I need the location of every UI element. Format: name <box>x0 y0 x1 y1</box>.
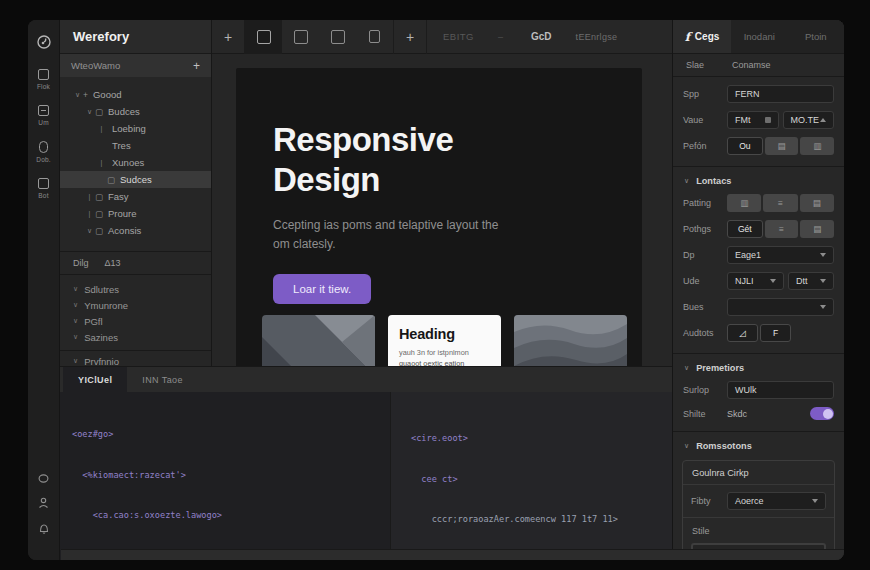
ude-select-1[interactable]: NJLI <box>727 272 784 290</box>
audtots-option-1-icon[interactable]: ◿ <box>727 324 758 342</box>
tool-rect-active[interactable] <box>245 20 282 54</box>
subtab-conamse[interactable]: Conamse <box>732 60 771 70</box>
add-element-button[interactable]: + <box>394 29 426 45</box>
asset-group[interactable]: ∨PGfl <box>60 313 211 329</box>
code-line: <oez#go> <box>72 428 390 442</box>
user-icon[interactable] <box>38 497 49 509</box>
bues-select[interactable] <box>727 298 834 316</box>
code-tabs: YIClUel INN Taoe <box>60 367 672 392</box>
canvas-toolbar: + + EBITG – GcD tEEnrlgse <box>212 20 672 54</box>
rail-item-bot[interactable]: Bot <box>38 178 49 199</box>
audtots-option-2-icon[interactable]: F <box>760 324 791 342</box>
layer-row[interactable]: |Xunoes <box>60 154 211 171</box>
pothgs-option-3-icon[interactable]: ▤ <box>800 220 834 238</box>
rail-item-dob[interactable]: Dob. <box>36 141 51 163</box>
asset-group[interactable]: ∨Sdlutres <box>60 281 211 297</box>
layer-row[interactable]: Tres <box>60 137 211 154</box>
canvas-viewport[interactable]: Responsive Design Ccepting ias poms and … <box>212 54 672 366</box>
subtab-slae[interactable]: Slae <box>686 60 704 70</box>
layer-row-selected[interactable]: ▢Sudces <box>60 171 211 188</box>
spp-input[interactable]: FERN <box>727 85 834 103</box>
layer-row[interactable]: ∨▢Budces <box>60 103 211 120</box>
spp-label: Spp <box>683 89 727 99</box>
inspector-panel: f Cegs Inodani Ptoin Slae Conamse Spp FE… <box>672 20 844 560</box>
bues-row: Bues <box>673 298 844 316</box>
section-premetiors[interactable]: ∨ Premetiors <box>673 353 844 373</box>
layer-row[interactable]: |▢Proure <box>60 205 211 222</box>
layer-row[interactable]: |▢Fasy <box>60 188 211 205</box>
code-tab-active[interactable]: YIClUel <box>63 367 127 392</box>
main-column: Werefory WteoWamo + ∨+Goood ∨▢Budces |Lo… <box>60 20 672 560</box>
section-romssotons[interactable]: ∨ Romssotons <box>673 431 844 451</box>
breakpoint-select[interactable]: EBITG – <box>443 31 503 42</box>
artboard[interactable]: Responsive Design Ccepting ias poms and … <box>236 68 642 366</box>
ude-row: Ude NJLI Dtt <box>673 272 844 290</box>
pefon-option-ou[interactable]: Ou <box>727 137 763 155</box>
asset-group[interactable]: ∨Ymunrone <box>60 297 211 313</box>
layer-row[interactable]: ∨▢Aconsis <box>60 222 211 239</box>
add-frame-button[interactable]: + <box>212 29 244 45</box>
asset-group[interactable]: ∨Prvfnnio <box>60 350 211 366</box>
bell-icon[interactable] <box>38 522 50 534</box>
circle-icon[interactable] <box>38 473 49 484</box>
chevron-down-icon[interactable]: ∨ <box>84 108 95 116</box>
chevron-down-icon: ∨ <box>73 285 78 293</box>
assets-tab-a13[interactable]: Δ13 <box>105 258 121 268</box>
chevron-down-icon <box>820 279 826 283</box>
app-logo-icon[interactable] <box>36 29 52 54</box>
tool-shape[interactable] <box>356 20 393 54</box>
shilte-toggle[interactable] <box>810 407 834 420</box>
assets-tab-dilg[interactable]: Dilg <box>73 258 89 268</box>
tool-frame[interactable] <box>282 20 319 54</box>
add-page-button[interactable]: + <box>193 59 200 73</box>
inspector-tabs: f Cegs Inodani Ptoin <box>673 20 844 54</box>
fibty-select[interactable]: Aoerce <box>727 492 826 510</box>
vaue-select-2[interactable]: MO.TE <box>783 111 835 129</box>
hero-cta-button[interactable]: Loar it tiew. <box>273 274 371 304</box>
vaue-select-1[interactable]: FMt <box>727 111 779 129</box>
pipe-icon: | <box>96 125 107 132</box>
code-column-left[interactable]: <oez#go> <%kiomaect:razecat'> <ca.cao:s.… <box>60 392 390 560</box>
tool-slice[interactable] <box>319 20 356 54</box>
rail-item-flok[interactable]: Flok <box>37 69 50 90</box>
card-waves[interactable] <box>514 315 627 366</box>
rectangle-icon <box>257 30 271 44</box>
code-editor[interactable]: <oez#go> <%kiomaect:razecat'> <ca.cao:s.… <box>60 392 672 560</box>
inspector-tab-inodani[interactable]: Inodani <box>731 20 788 53</box>
chevron-icon: – <box>498 32 503 42</box>
layer-row[interactable]: |Loebing <box>60 120 211 137</box>
patting-option-3-icon[interactable]: ▤ <box>800 194 834 212</box>
ude-select-2[interactable]: Dtt <box>788 272 834 290</box>
asset-group-label: Prvfnnio <box>84 356 119 367</box>
section-lontacs[interactable]: ∨ Lontacs <box>673 166 844 186</box>
dp-select[interactable]: Eage1 <box>727 246 834 264</box>
code-column-right[interactable]: <cire.eoot> cee ct> cccr;roraoazAer.come… <box>390 392 672 560</box>
section-title: Lontacs <box>696 176 731 186</box>
brand-f-icon: f <box>685 30 690 44</box>
pages-row[interactable]: WteoWamo + <box>60 54 211 77</box>
layer-row[interactable]: ∨+Goood <box>60 86 211 103</box>
chevron-down-icon[interactable]: ∨ <box>72 91 83 99</box>
frame-icon <box>294 30 308 44</box>
pipe-icon: | <box>84 193 95 200</box>
card-heading[interactable]: Heading yauh 3n for istpnlmon quaoot oex… <box>388 315 501 366</box>
patting-option-1-icon[interactable]: ▥ <box>727 194 761 212</box>
align-left-icon[interactable]: ▤ <box>765 137 799 155</box>
layer-label: Aconsis <box>108 225 141 236</box>
surlop-input[interactable]: WUlk <box>727 381 834 399</box>
inspector-tab-ptoin[interactable]: Ptoin <box>788 20 845 53</box>
shilte-row: Shilte Skdc <box>673 407 844 420</box>
code-line: <%kiomaect:razecat'> <box>72 469 390 483</box>
page-name: WteoWamo <box>71 60 193 71</box>
inspector-tab-cegs[interactable]: f Cegs <box>673 20 731 53</box>
align-right-icon[interactable]: ▥ <box>800 137 834 155</box>
asset-group[interactable]: ∨Sazines <box>60 329 211 345</box>
pothgs-option-get[interactable]: Gét <box>727 220 763 238</box>
patting-option-2-icon[interactable]: ≡ <box>763 194 797 212</box>
code-tab[interactable]: INN Taoe <box>127 367 198 392</box>
pothgs-option-2-icon[interactable]: ≡ <box>765 220 799 238</box>
zoom-level[interactable]: GcD <box>531 31 552 42</box>
card-geometric[interactable] <box>262 315 375 366</box>
rail-item-um[interactable]: Um <box>38 105 49 126</box>
chevron-down-icon[interactable]: ∨ <box>84 227 95 235</box>
